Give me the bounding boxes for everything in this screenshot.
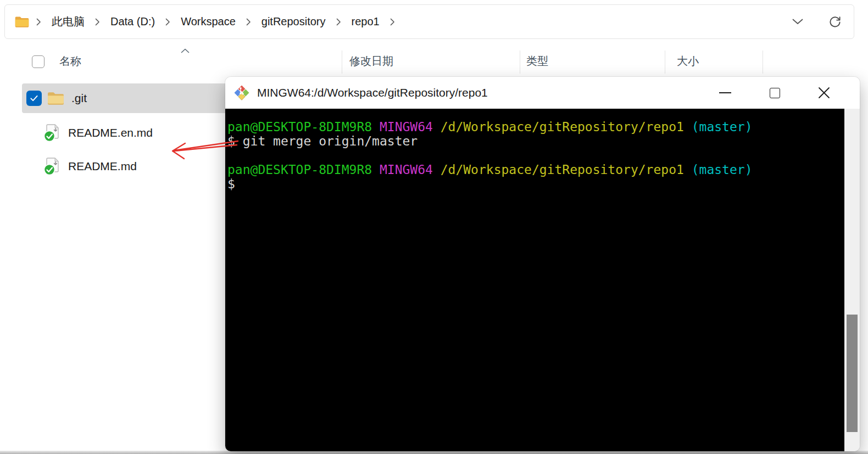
column-divider[interactable] [342, 51, 342, 74]
folder-icon [46, 89, 65, 108]
minimize-button[interactable] [700, 80, 750, 106]
terminal-titlebar[interactable]: MINGW64:/d/Workspace/gitRepository/repo1 [225, 77, 860, 109]
refresh-icon[interactable] [824, 11, 846, 33]
terminal-command-line: $ git merge origin/master [227, 134, 844, 148]
chevron-right-icon[interactable] [331, 18, 346, 26]
chevron-right-icon[interactable] [160, 18, 175, 26]
breadcrumb-item-this-pc[interactable]: 此电脑 [46, 12, 90, 32]
git-mintty-icon[interactable] [233, 84, 251, 102]
chevron-right-icon[interactable] [31, 18, 46, 26]
breadcrumb-item-workspace[interactable]: Workspace [175, 13, 241, 31]
terminal-cursor-line: $ [227, 177, 844, 191]
markdown-file-committed-icon [43, 124, 62, 142]
column-divider[interactable] [763, 51, 763, 74]
markdown-file-committed-icon [43, 157, 62, 176]
maximize-button[interactable] [750, 80, 799, 106]
file-name: .git [71, 92, 87, 105]
column-header-size[interactable]: 大小 [677, 54, 699, 69]
breadcrumb-item-repo1[interactable]: repo1 [346, 13, 385, 31]
select-all-checkbox[interactable] [32, 55, 44, 68]
chevron-right-icon[interactable] [90, 18, 105, 26]
terminal-output[interactable]: pan@DESKTOP-8DIM9R8 MINGW64 /d/Workspace… [225, 109, 844, 451]
close-icon [818, 87, 830, 99]
breadcrumb-item-gitrepository[interactable]: gitRepository [256, 13, 331, 31]
chevron-right-icon[interactable] [241, 18, 256, 26]
column-divider[interactable] [665, 51, 665, 74]
column-header-type[interactable]: 类型 [526, 54, 548, 69]
address-bar[interactable]: 此电脑 Data (D:) Workspace gitRepository re… [4, 4, 854, 39]
file-name: README.en.md [68, 126, 153, 139]
maximize-icon [770, 88, 780, 98]
terminal-title: MINGW64:/d/Workspace/gitRepository/repo1 [257, 86, 488, 99]
terminal-scrollbar-track[interactable] [844, 109, 860, 451]
column-header-name[interactable]: 名称 [59, 54, 81, 69]
column-header-date-modified[interactable]: 修改日期 [349, 54, 393, 69]
folder-icon [13, 13, 31, 31]
breadcrumb-item-data-d[interactable]: Data (D:) [105, 13, 160, 31]
close-button[interactable] [799, 80, 849, 106]
row-checkbox-checked[interactable] [26, 91, 42, 106]
terminal-scrollbar-thumb[interactable] [847, 315, 858, 432]
terminal-blank-line [227, 148, 844, 162]
minimize-icon [719, 92, 731, 93]
chevron-down-icon[interactable] [787, 11, 809, 33]
file-name: README.md [68, 160, 137, 173]
column-divider[interactable] [520, 51, 520, 74]
terminal-prompt-line: pan@DESKTOP-8DIM9R8 MINGW64 /d/Workspace… [227, 120, 844, 134]
terminal-prompt-line: pan@DESKTOP-8DIM9R8 MINGW64 /d/Workspace… [227, 162, 844, 177]
chevron-up-icon [181, 46, 190, 55]
chevron-right-icon[interactable] [385, 18, 400, 26]
mintty-terminal-window: MINGW64:/d/Workspace/gitRepository/repo1… [225, 77, 860, 451]
